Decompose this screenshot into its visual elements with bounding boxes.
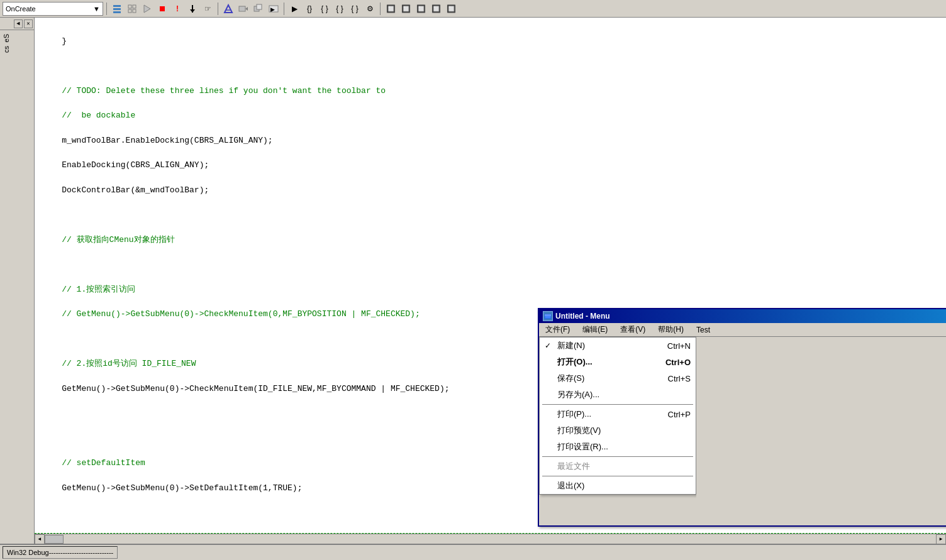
side-label-es: eS xyxy=(1,33,33,43)
menu-sep-1 xyxy=(542,404,693,405)
popup-menu-file[interactable]: 文件(F) xyxy=(542,323,574,336)
menu-shortcut-save: Ctrl+S xyxy=(655,374,691,383)
svg-marker-14 xyxy=(245,7,248,11)
code-line xyxy=(42,258,938,271)
menu-label-saveas: 另存为(A)... xyxy=(557,389,599,400)
tb-btn-build[interactable] xyxy=(237,2,250,16)
svg-rect-5 xyxy=(128,9,131,13)
tb-btn-braces4[interactable]: { } xyxy=(348,2,362,16)
dropdown-value: OnCreate xyxy=(6,5,36,13)
svg-rect-3 xyxy=(128,5,131,8)
status-text: Win32 Debug xyxy=(7,549,49,556)
scroll-right-btn[interactable]: ► xyxy=(936,534,946,544)
svg-rect-13 xyxy=(239,6,245,11)
popup-body: ✓ 新建(N) Ctrl+N 打开(O)... Ctrl+O 保存(S) C xyxy=(539,337,946,525)
tb-btn-build2[interactable] xyxy=(252,2,265,16)
svg-rect-2 xyxy=(113,11,121,13)
check-icon: ✓ xyxy=(545,341,551,350)
code-line: // TODO: Delete these three lines if you… xyxy=(42,85,938,97)
menu-shortcut-new: Ctrl+N xyxy=(655,341,691,351)
tb-btn-grid[interactable] xyxy=(125,2,139,16)
popup-titlebar: Untitled - Menu xyxy=(539,309,946,323)
popup-menubar: 文件(F) 编辑(E) 查看(V) 帮助(H) Test xyxy=(539,323,946,337)
toolbar: OnCreate ▼ ! ☞ ▶ ▶ {} { } { } { } ⚙ 🔲 🔲 … xyxy=(0,0,946,18)
code-editor[interactable]: } // TODO: Delete these three lines if y… xyxy=(35,18,946,544)
side-x-btn[interactable]: ✕ xyxy=(24,19,33,28)
tb-btn-stop[interactable] xyxy=(155,2,169,16)
menu-label-printsetup: 打印设置(R)... xyxy=(557,441,608,453)
menu-item-recent[interactable]: 最近文件 xyxy=(540,458,696,475)
toolbar-separator-4 xyxy=(380,3,381,15)
tb-btn-exclaim[interactable]: ! xyxy=(170,2,184,16)
status-debug: Win32 Debug ---------------------------- xyxy=(3,546,118,559)
menu-label-new: 新建(N) xyxy=(557,340,585,351)
tb-btn-layers[interactable] xyxy=(110,2,124,16)
popup-menu-test[interactable]: Test xyxy=(693,324,714,336)
menu-item-exit[interactable]: 退出(X) xyxy=(540,478,696,494)
tb-btn-extra1[interactable]: 🔲 xyxy=(384,2,398,16)
tb-btn-run[interactable] xyxy=(140,2,154,16)
tb-btn-extra3[interactable]: 🔲 xyxy=(414,2,428,16)
scroll-track xyxy=(45,535,936,544)
menu-sep-2 xyxy=(542,456,693,457)
code-line: // be dockable xyxy=(42,109,938,122)
scroll-left-btn[interactable]: ◄ xyxy=(35,534,45,544)
menu-item-printpreview[interactable]: 打印预览(V) xyxy=(540,422,696,439)
function-dropdown[interactable]: OnCreate ▼ xyxy=(3,2,103,16)
code-line: m_wndToolBar.EnableDocking(CBRS_ALIGN_AN… xyxy=(42,135,938,147)
menu-item-new[interactable]: ✓ 新建(N) Ctrl+N xyxy=(540,338,696,354)
tb-btn-braces3[interactable]: { } xyxy=(333,2,347,16)
menu-label-exit: 退出(X) xyxy=(557,480,584,491)
popup-menu-view[interactable]: 查看(V) xyxy=(616,323,649,336)
svg-rect-16 xyxy=(257,4,262,9)
svg-marker-10 xyxy=(190,9,195,13)
svg-marker-11 xyxy=(225,5,232,13)
menu-item-print[interactable]: 打印(P)... Ctrl+P xyxy=(540,406,696,422)
popup-menu-edit[interactable]: 编辑(E) xyxy=(579,323,611,336)
side-close-btn[interactable]: ◄ xyxy=(14,19,23,28)
code-line: DockControlBar(&m_wndToolBar); xyxy=(42,184,938,197)
svg-rect-0 xyxy=(113,5,121,7)
tb-btn-compile[interactable] xyxy=(221,2,235,16)
menu-item-printsetup[interactable]: 打印设置(R)... xyxy=(540,439,696,455)
svg-rect-1 xyxy=(113,8,121,10)
file-dropdown-menu: ✓ 新建(N) Ctrl+N 打开(O)... Ctrl+O 保存(S) C xyxy=(539,337,696,495)
menu-shortcut-open: Ctrl+O xyxy=(653,358,691,367)
code-line: EnableDocking(CBRS_ALIGN_ANY); xyxy=(42,159,938,172)
tb-btn-extra4[interactable]: 🔲 xyxy=(429,2,443,16)
dropdown-arrow[interactable]: ▼ xyxy=(93,5,100,13)
toolbar-separator-1 xyxy=(106,3,107,15)
code-line: // 1.按照索引访问 xyxy=(42,283,938,296)
tb-btn-sort[interactable] xyxy=(186,2,199,16)
tb-btn-braces[interactable]: {} xyxy=(303,2,316,16)
tb-btn-build3[interactable]: ▶ xyxy=(267,2,281,16)
tb-btn-extra2[interactable]: 🔲 xyxy=(399,2,413,16)
side-panel-header: ◄ ✕ xyxy=(0,18,34,30)
tb-btn-special[interactable]: ⚙ xyxy=(363,2,377,16)
svg-rect-20 xyxy=(545,314,551,316)
menu-label-print: 打印(P)... xyxy=(557,409,591,420)
tb-btn-arrow[interactable]: ▶ xyxy=(287,2,301,16)
tb-btn-braces2[interactable]: { } xyxy=(318,2,331,16)
hscrollbar[interactable]: ◄ ► xyxy=(35,534,946,544)
menu-label-recent: 最近文件 xyxy=(557,461,590,472)
popup-right-area xyxy=(696,337,946,525)
menu-label-printpreview: 打印预览(V) xyxy=(557,425,601,436)
svg-rect-4 xyxy=(133,5,136,8)
statusbar: Win32 Debug ---------------------------- xyxy=(0,544,946,560)
menu-item-open[interactable]: 打开(O)... Ctrl+O xyxy=(540,354,696,370)
menu-sep-3 xyxy=(542,476,693,476)
side-panel: ◄ ✕ eS cs xyxy=(0,18,35,544)
menu-label-save: 保存(S) xyxy=(557,373,584,384)
status-dashes: ---------------------------- xyxy=(49,549,114,556)
scroll-thumb[interactable] xyxy=(45,535,64,544)
menu-item-save[interactable]: 保存(S) Ctrl+S xyxy=(540,370,696,387)
svg-marker-7 xyxy=(144,5,150,13)
code-line xyxy=(42,60,938,72)
svg-rect-6 xyxy=(133,9,136,13)
popup-menu-help[interactable]: 帮助(H) xyxy=(654,323,687,336)
menu-shortcut-print: Ctrl+P xyxy=(655,410,691,419)
tb-btn-extra5[interactable]: 🔲 xyxy=(444,2,458,16)
menu-item-saveas[interactable]: 另存为(A)... xyxy=(540,387,696,403)
tb-btn-hand[interactable]: ☞ xyxy=(201,2,214,16)
